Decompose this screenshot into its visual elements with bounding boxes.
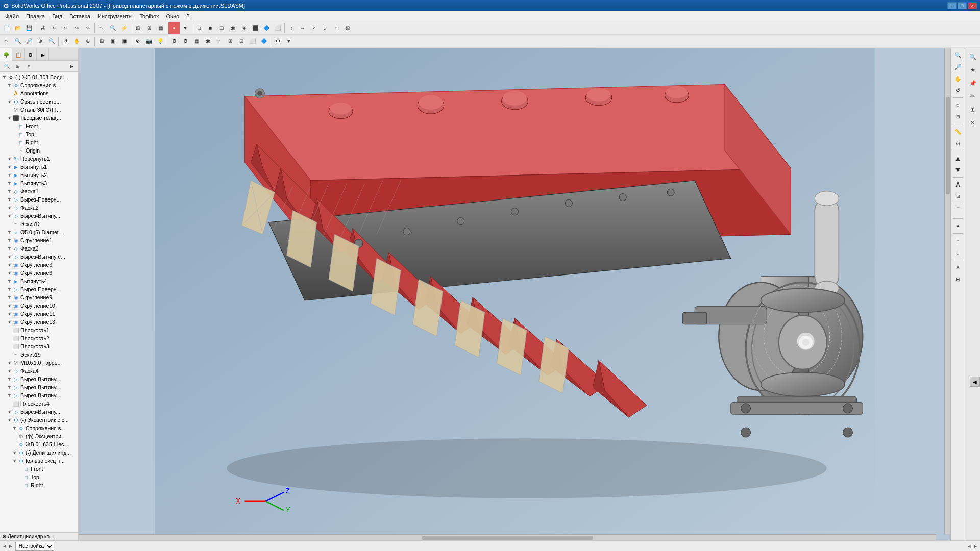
close-button[interactable]: × [968, 2, 977, 9]
list-item[interactable]: ○ Origin [0, 146, 78, 155]
fr-move[interactable]: ⊕ [967, 104, 979, 116]
scrollbar-thumb-horizontal[interactable] [422, 536, 594, 540]
tb2-zoom-in[interactable]: 🔍 [12, 36, 23, 47]
config-selector[interactable]: Настройка [15, 542, 54, 551]
tree-tab-more[interactable]: ▶ [37, 48, 49, 61]
list-item[interactable]: ▼ ○ Ø5.0 (5) Diamet... [0, 228, 78, 236]
list-item[interactable]: ~ Эскиз19 [0, 350, 78, 359]
fr-pencil[interactable]: ✏ [967, 90, 979, 103]
tb2-asm7[interactable]: ⊡ [236, 36, 247, 47]
tree-tb-arrow[interactable]: ▶ [66, 61, 77, 72]
rt-arr-dn[interactable]: ↓ [952, 247, 964, 258]
menu-insert[interactable]: Вставка [66, 12, 93, 20]
tb-more2[interactable]: ↔ [297, 22, 308, 34]
tree-item-top[interactable]: □ Top [0, 130, 78, 138]
list-item[interactable]: A Annotations [0, 89, 78, 97]
menu-tools[interactable]: Инструменты [94, 12, 136, 20]
tree-scroll-right[interactable]: ► [973, 544, 978, 549]
tb2-light[interactable]: 💡 [155, 36, 166, 47]
tree-scroll-left[interactable]: ◄ [967, 544, 971, 549]
tb-save[interactable]: 💾 [23, 22, 35, 34]
list-item[interactable]: ▼ ◉ Скругление13 [0, 318, 78, 326]
tb2-select[interactable]: ↖ [1, 36, 12, 47]
menu-toolbox[interactable]: Toolbox [137, 12, 162, 20]
list-item[interactable]: ▼ ◉ Скругление6 [0, 269, 78, 277]
list-item[interactable]: ▼ ⚙ Сопряжения в... [0, 81, 78, 89]
fr-cross[interactable]: ✕ [967, 117, 979, 129]
rt-zoom-out[interactable]: 🔎 [952, 61, 964, 72]
rt-letter-a[interactable]: A [952, 179, 964, 190]
list-item[interactable]: ▼ ▶ Вытянуть3 [0, 179, 78, 187]
list-item[interactable]: ▼ M M10x1.0 Тарре... [0, 359, 78, 367]
list-item[interactable]: ▼ ◇ Фаска4 [0, 367, 78, 375]
tb-more3[interactable]: ↗ [308, 22, 320, 34]
list-item[interactable]: ▼ ⚙ (-) Делит.цилинд... [0, 448, 78, 457]
tree-item-right[interactable]: □ Right [0, 138, 78, 146]
list-item[interactable]: ▼ ▶ Вытянуть4 [0, 277, 78, 285]
tb-more5[interactable]: ≡ [331, 22, 342, 34]
list-item[interactable]: ▼ ◇ Фаска1 [0, 187, 78, 195]
list-item[interactable]: ▼ ▶ Вытянуть1 [0, 163, 78, 171]
list-item[interactable]: ▼ ▷ Вырез-Поверн... [0, 195, 78, 204]
collapse-right-panel[interactable]: ◀ [970, 377, 980, 387]
tb2-pan[interactable]: ✋ [71, 36, 82, 47]
tb2-zoom-dyn[interactable]: ⊕ [82, 36, 93, 47]
maximize-button[interactable]: □ [958, 2, 967, 9]
tb-print[interactable]: 🖨 [37, 22, 48, 34]
tree-tab-props[interactable]: 📋 [12, 48, 24, 61]
list-item[interactable]: ▼ ◉ Скругление11 [0, 310, 78, 318]
tree-item-top-2[interactable]: □ Top [0, 473, 78, 481]
tb-more4[interactable]: ↙ [320, 22, 331, 34]
tb2-rotate[interactable]: ↺ [60, 36, 71, 47]
tb2-extra2[interactable]: ▼ [283, 36, 295, 47]
list-item[interactable]: □ Front [0, 122, 78, 130]
tb2-section[interactable]: ⊘ [132, 36, 143, 47]
list-item[interactable]: □ Front [0, 465, 78, 473]
rt-section[interactable]: ⊘ [952, 138, 964, 149]
tb-render4[interactable]: ◉ [227, 22, 238, 34]
rt-dn-arrow[interactable]: ▼ [952, 164, 964, 176]
tree-tab-config[interactable]: ⚙ [24, 48, 37, 61]
list-item[interactable]: ~ Эскиз12 [0, 220, 78, 228]
list-item[interactable]: ⬜ Плоскость4 [0, 399, 78, 408]
tb-render1[interactable]: □ [193, 22, 205, 34]
tb2-std-views[interactable]: ⊞ [96, 36, 107, 47]
tb2-asm5[interactable]: ≡ [213, 36, 225, 47]
rt-zoom-in[interactable]: 🔍 [952, 49, 964, 61]
rt-pan[interactable]: ✋ [952, 73, 964, 84]
tb2-front[interactable]: ▣ [107, 36, 118, 47]
tb2-asm8[interactable]: ⬜ [247, 36, 258, 47]
tb-render7[interactable]: 🔷 [261, 22, 272, 34]
list-item[interactable]: ▼ ⚙ (-) Эксцентрик с с... [0, 416, 78, 424]
tb-new[interactable]: 📄 [1, 22, 12, 34]
tb-render6[interactable]: ⬛ [250, 22, 261, 34]
rt-rotate[interactable]: ↺ [952, 85, 964, 96]
rt-front[interactable]: ⊡ [952, 99, 964, 111]
tree-bottom-item[interactable]: ⚙ Делит.цилиндр ко... [0, 532, 78, 540]
tb-open[interactable]: 📂 [12, 22, 23, 34]
tb-undo2[interactable]: ↩ [60, 22, 71, 34]
tree-tab-model[interactable]: 🌳 [0, 48, 12, 61]
list-item[interactable]: ▼ ▷ Вырез-Вытяну... [0, 408, 78, 416]
viewport-3d[interactable]: Z Y X [79, 48, 950, 540]
tb-view2[interactable]: ▼ [180, 22, 191, 34]
list-item[interactable]: ▼ ↻ Повернуть1 [0, 155, 78, 163]
fr-search[interactable]: 🔍 [967, 51, 979, 63]
list-item[interactable]: ▼ ◇ Фаска2 [0, 204, 78, 212]
fr-pin[interactable]: 📌 [967, 77, 979, 89]
tb-more6[interactable]: ⊞ [342, 22, 353, 34]
fr-star[interactable]: ★ [967, 64, 979, 76]
list-item[interactable]: ⬜ Плоскость3 [0, 342, 78, 350]
menu-window[interactable]: Окно [163, 12, 183, 20]
tb-render8[interactable]: ⬜ [272, 22, 283, 34]
list-item[interactable]: ▼ ◉ Скругление10 [0, 302, 78, 310]
tb-more1[interactable]: ↕ [286, 22, 297, 34]
tb-view1[interactable]: ● [168, 22, 180, 34]
scrollbar-thumb-vertical[interactable] [946, 97, 950, 194]
menu-file[interactable]: Файл [2, 12, 22, 20]
list-item[interactable]: ▼ ▶ Вытянуть2 [0, 171, 78, 179]
list-item[interactable]: ▼ ⚙ Связь проекто... [0, 97, 78, 106]
tb2-asm6[interactable]: ⊞ [225, 36, 236, 47]
rt-curve[interactable]: ⌒ [952, 206, 964, 217]
list-item[interactable]: ▼ ▷ Вырез-Вытяну... [0, 383, 78, 391]
